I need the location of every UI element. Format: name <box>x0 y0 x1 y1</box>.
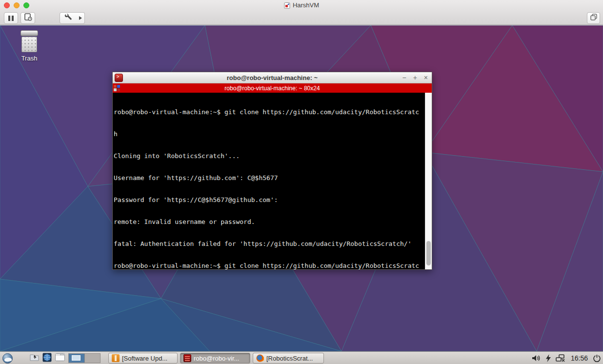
snapshot-button[interactable] <box>20 12 35 24</box>
task-label: [RoboticsScrat... <box>266 355 313 362</box>
terminal-line: robo@robo-virtual-machine:~$ git clone h… <box>114 108 425 116</box>
overlap-windows-icon <box>590 13 598 23</box>
trash-desktop-icon[interactable]: Trash <box>15 30 44 62</box>
vm-window-title: HarshVM <box>293 1 319 9</box>
terminal-scrollbar-thumb[interactable] <box>426 241 431 265</box>
task-software-updater[interactable]: [Software Upd... <box>108 353 178 364</box>
trash-icon <box>20 30 39 53</box>
start-menu-button[interactable] <box>1 353 14 364</box>
terminal-window-title: robo@robo-virtual-machine: ~ <box>113 74 432 81</box>
taskbar: [Software Upd... robo@robo-vir... [Robot… <box>0 351 603 364</box>
tools-button[interactable] <box>60 12 77 24</box>
task-firefox[interactable]: [RoboticsScrat... <box>253 353 324 364</box>
workspace-2[interactable] <box>84 354 100 363</box>
terminal-content[interactable]: robo@robo-virtual-machine:~$ git clone h… <box>113 93 425 269</box>
terminal-window: robo@robo-virtual-machine: ~ − + × robo@… <box>112 72 432 270</box>
web-browser-button[interactable] <box>41 353 53 364</box>
file-manager-icon <box>30 353 40 364</box>
web-browser-icon <box>42 353 52 364</box>
software-updater-icon <box>112 354 120 362</box>
trash-label: Trash <box>15 55 44 62</box>
terminal-line: fatal: Authentication failed for 'https:… <box>114 240 425 247</box>
terminal-scrollbar[interactable] <box>425 93 432 269</box>
task-terminal[interactable]: robo@robo-vir... <box>180 353 250 364</box>
lubuntu-start-icon <box>2 353 13 364</box>
task-label: robo@robo-vir... <box>194 355 239 362</box>
workspace-window-thumb <box>72 355 80 361</box>
system-tray: 16:56 <box>532 352 601 364</box>
volume-icon[interactable] <box>532 354 542 362</box>
vm-window-chrome: HarshVM <box>0 0 603 25</box>
firefox-icon <box>256 354 264 362</box>
terminal-icon <box>183 354 191 362</box>
terminal-line: remote: Invalid username or password. <box>114 218 425 225</box>
terminal-line: Cloning into 'RoboticsScratch'... <box>114 152 425 160</box>
unity-view-button[interactable] <box>587 12 600 24</box>
pause-icon <box>8 16 14 21</box>
show-desktop-button[interactable] <box>54 353 66 364</box>
desktop: Trash robo@robo-virtual-machine: ~ − + ×… <box>0 25 603 351</box>
terminal-titlebar[interactable]: robo@robo-virtual-machine: ~ − + × <box>113 72 432 83</box>
xterm-title-text: robo@robo-virtual-machine: ~ 80x24 <box>113 85 432 92</box>
terminal-close-button[interactable]: × <box>424 72 428 83</box>
terminal-xterm-titlebar: robo@robo-virtual-machine: ~ 80x24 <box>113 83 432 93</box>
power-icon[interactable] <box>593 354 601 363</box>
wrench-icon <box>64 13 73 23</box>
terminal-line: Password for 'https://C@$h5677@github.co… <box>114 196 425 203</box>
task-label: [Software Upd... <box>122 355 167 362</box>
pause-vm-button[interactable] <box>4 12 18 24</box>
terminal-minimize-button[interactable]: − <box>402 72 406 83</box>
terminal-line: h <box>114 130 425 138</box>
workspace-1[interactable] <box>69 354 84 363</box>
terminal-maximize-button[interactable]: + <box>413 72 417 83</box>
terminal-window-controls: − + × <box>402 72 428 83</box>
terminal-line: Username for 'https://github.com': C@$h5… <box>114 174 425 182</box>
power-bolt-icon[interactable] <box>545 354 551 362</box>
vm-document-icon <box>284 2 290 10</box>
file-manager-button[interactable] <box>28 353 40 364</box>
window-icon <box>55 353 65 363</box>
snapshot-clock-icon <box>24 13 32 23</box>
workspace-pager[interactable] <box>68 353 100 363</box>
vm-window-title-row: HarshVM <box>0 1 603 10</box>
vm-screen: HarshVM <box>0 0 603 364</box>
network-offline-icon[interactable] <box>555 354 566 363</box>
tools-dropdown-button[interactable] <box>77 12 85 24</box>
arrow-right-icon <box>79 16 82 20</box>
taskbar-clock[interactable]: 16:56 <box>570 354 589 362</box>
terminal-line: robo@robo-virtual-machine:~$ git clone h… <box>114 262 425 269</box>
